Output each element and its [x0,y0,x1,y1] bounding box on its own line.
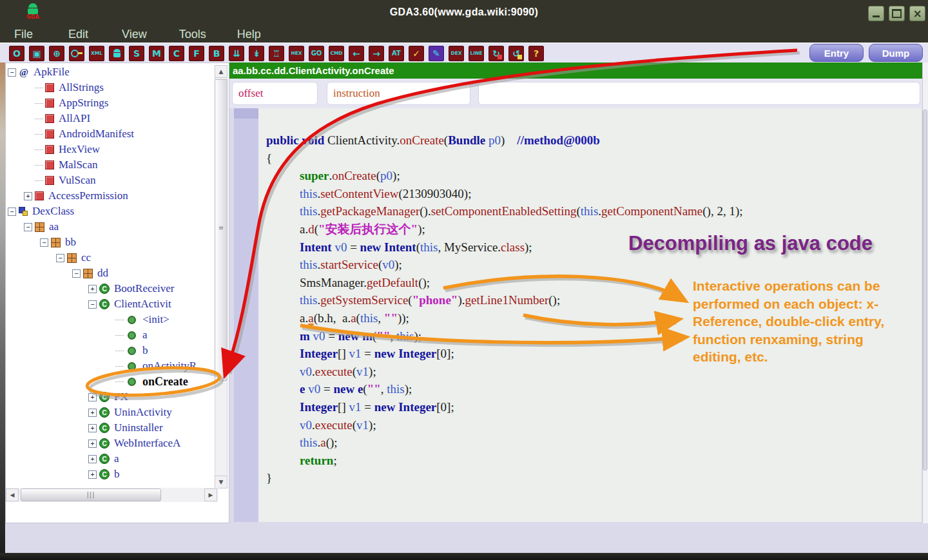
code-line[interactable]: this.startService(v0); [266,256,917,274]
tree-scroll-left-icon[interactable]: ◀ [6,488,19,501]
forward-icon[interactable]: → [369,46,384,61]
tree-node-aa[interactable]: −aa [6,219,214,235]
tree-node-b[interactable]: +Cb [6,467,214,482]
code-line[interactable]: v0.execute(v1); [266,416,917,434]
upload-icon[interactable]: ♖ [269,46,284,61]
code-line[interactable]: { [266,150,917,168]
tree-node-allapi[interactable]: AllAPI [6,111,214,126]
minimize-button[interactable] [868,6,884,21]
menu-file[interactable]: File [14,28,33,41]
tree-scroll-up-icon[interactable]: ▲ [215,65,227,78]
strings-icon[interactable]: S [129,46,144,61]
code-line[interactable]: this.a(); [266,434,917,452]
tree-node-oncreate[interactable]: onCreate [6,374,214,389]
code-line[interactable]: Integer[] v1 = new Integer[0]; [266,398,917,416]
bytecode-icon[interactable]: B [209,46,224,61]
tree-node-uninactivity[interactable]: +CUninActivity [6,405,214,420]
menu-help[interactable]: Help [237,28,261,41]
expand-icon[interactable]: + [88,439,97,448]
menu-edit[interactable]: Edit [68,28,88,41]
tree-node-a[interactable]: +Ca [6,451,214,467]
help-icon[interactable]: ? [528,46,544,61]
tree-node-a[interactable]: a [6,327,214,343]
tree-hscroll-thumb[interactable]: ||| [21,488,161,501]
tree-node-dexclass[interactable]: −DexClass [6,204,214,219]
tree-scroll-right-icon[interactable]: ▶ [204,488,217,501]
dump-button[interactable]: Dump [869,44,923,62]
entry-button[interactable]: Entry [809,44,864,62]
menu-tools[interactable]: Tools [179,28,206,41]
collapse-icon[interactable]: − [72,269,81,278]
code-line[interactable]: return; [266,452,917,470]
tree-node-vulscan[interactable]: VulScan [6,173,214,188]
code-line[interactable]: super.onCreate(p0); [266,167,917,185]
android-icon[interactable] [109,46,124,61]
class-tree[interactable]: −@ApkFileAllStringsAppStringsAllAPIAndro… [6,64,214,487]
tree-node-bb[interactable]: −bb [6,235,214,250]
tree-node-bootreceiver[interactable]: +CBootReceiver [6,281,214,296]
code-token: Intent [300,240,334,254]
expand-icon[interactable]: + [88,285,97,293]
collapse-icon[interactable]: − [88,300,97,309]
go-icon[interactable]: GO [309,46,324,61]
tree-node-accesspermission[interactable]: +AccessPermission [6,188,214,204]
tree-node-dd[interactable]: −dd [6,266,214,281]
code-line[interactable]: } [266,469,917,487]
tree-node-cc[interactable]: −cc [6,250,214,266]
xml-icon[interactable]: XML [89,46,104,61]
check-icon[interactable]: ✓ [409,46,424,61]
tree-node-label: onActivityR [142,360,197,372]
tree-node-apkfile[interactable]: −@ApkFile [6,64,214,80]
search-icon[interactable]: ⊕ [49,46,64,61]
down-icon[interactable]: ↡ [249,46,264,61]
tree-node-init[interactable]: <init> [6,312,214,327]
collapse-icon[interactable]: − [8,68,16,77]
tree-node-clientactivit[interactable]: −CClientActivit [6,296,214,312]
menu-view[interactable]: View [122,28,147,41]
key-icon[interactable] [69,46,84,61]
collapse-icon[interactable]: − [8,208,16,216]
edit-doc-icon[interactable]: ✎ [429,46,444,61]
tree-node-allstrings[interactable]: AllStrings [6,80,214,95]
expand-icon[interactable]: + [88,424,97,432]
tree-node-androidmanifest[interactable]: AndroidManifest [6,126,214,142]
back-icon[interactable]: ← [349,46,364,61]
at-icon[interactable]: AT [389,46,404,61]
link-icon[interactable]: LINE [469,46,484,61]
expand-icon[interactable]: + [24,192,32,200]
collapse-icon[interactable]: − [24,223,32,231]
hex-icon[interactable]: HEX [289,46,304,61]
open-icon[interactable]: O [9,46,24,61]
maximize-button[interactable] [889,6,905,21]
code-line[interactable]: this.setContentView(2130903040); [266,185,917,203]
method-icon[interactable]: M [149,46,164,61]
tree-node-b[interactable]: b [6,343,214,358]
cmd-icon[interactable]: CMD [329,46,344,61]
tree-node-uninstaller[interactable]: +CUninstaller [6,420,214,436]
close-button[interactable]: × [909,6,925,21]
tree-node-fx[interactable]: +CFX [6,389,214,405]
expand-icon[interactable]: + [88,409,97,417]
tree-node-onactivityr[interactable]: onActivityR [6,358,214,374]
tree-scroll-down-icon[interactable]: ▼ [215,476,227,488]
tree-node-malscan[interactable]: MalScan [6,157,214,173]
tree-vscroll-thumb[interactable]: ≡ [215,79,227,381]
tree-node-appstrings[interactable]: AppStrings [6,95,214,111]
class-icon[interactable]: C [169,46,184,61]
redo-icon[interactable]: ↻ [488,46,504,61]
field-icon[interactable]: F [189,46,204,61]
tree-node-hexview[interactable]: HexView [6,142,214,157]
save-icon[interactable]: ▣ [29,46,44,61]
code-line[interactable]: this.getPackageManager().setComponentEna… [266,202,917,220]
code-line[interactable]: public void ClientActivity.onCreate(Bund… [266,131,917,150]
expand-icon[interactable]: + [88,470,97,479]
expand-icon[interactable]: + [88,393,97,401]
code-line[interactable]: e v0 = new e("", this); [266,380,917,398]
undo-icon[interactable]: ↺ [508,46,524,61]
collapse-icon[interactable]: − [56,254,64,262]
pulldown-icon[interactable]: ⇊ [229,46,244,61]
tree-node-webinterfacea[interactable]: +CWebInterfaceA [6,436,214,451]
expand-icon[interactable]: + [88,455,97,463]
collapse-icon[interactable]: − [40,238,48,247]
dex-icon[interactable]: DEX [449,46,464,61]
